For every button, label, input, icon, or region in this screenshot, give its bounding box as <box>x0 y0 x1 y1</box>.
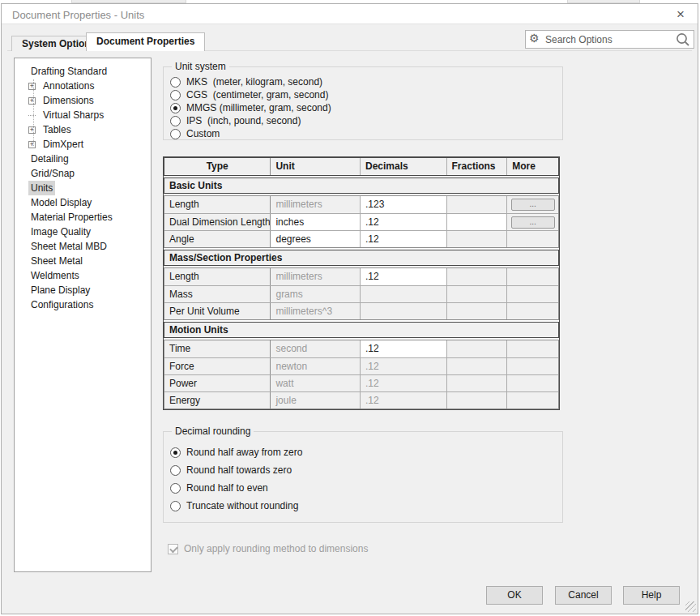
radio-unit-system-cgs-centimeter-gram-second[interactable]: CGS (centimeter, gram, second) <box>170 88 556 101</box>
sidebar-item-grid-snap[interactable]: Grid/Snap <box>15 166 151 181</box>
ok-button[interactable]: OK <box>486 586 543 605</box>
sidebar-item-label: Detailing <box>28 152 71 166</box>
more-cell <box>506 340 558 357</box>
more-cell <box>506 286 558 302</box>
sidebar-item-label: Plane Display <box>28 283 92 297</box>
sidebar-item-dimensions[interactable]: +Dimensions <box>15 93 151 108</box>
decimals-cell: .12 <box>360 392 446 409</box>
section-header-mass-section-properties: Mass/Section Properties <box>164 250 559 266</box>
sidebar-item-weldments[interactable]: Weldments <box>15 268 151 283</box>
sidebar-item-virtual-sharps[interactable]: Virtual Sharps <box>15 108 151 122</box>
sidebar-item-material-properties[interactable]: Material Properties <box>15 210 151 225</box>
sidebar-item-label: DimXpert <box>41 137 86 152</box>
radio-label: MKS (meter, kilogram, second) <box>186 76 322 88</box>
search-input[interactable] <box>545 32 667 47</box>
radio-unit-system-custom[interactable]: Custom <box>170 127 556 140</box>
search-box: ⚙ <box>525 30 694 49</box>
dialog-title: Document Properties - Units <box>12 9 144 21</box>
close-icon[interactable]: × <box>672 6 689 23</box>
sidebar-item-label: Tables <box>41 122 74 137</box>
radio-decimal-rounding-round-half-towards-zero[interactable]: Round half towards zero <box>170 461 556 479</box>
gear-icon[interactable]: ⚙ <box>529 32 540 45</box>
radio-decimal-rounding-round-half-to-even[interactable]: Round half to even <box>170 479 556 497</box>
fractions-cell[interactable] <box>446 214 507 230</box>
sidebar-item-label: Sheet Metal MBD <box>28 239 109 254</box>
help-button[interactable]: Help <box>623 586 680 605</box>
fractions-cell <box>446 303 507 319</box>
radio-unit-system-ips-inch-pound-second[interactable]: IPS (inch, pound, second) <box>170 114 556 127</box>
fractions-cell <box>446 196 507 213</box>
expand-plus-icon[interactable]: + <box>28 126 36 134</box>
section-title: Motion Units <box>164 323 558 337</box>
sidebar-item-plane-display[interactable]: Plane Display <box>15 283 151 297</box>
decimal-rounding-label: Decimal rounding <box>172 426 254 437</box>
cancel-button[interactable]: Cancel <box>555 586 612 605</box>
type-cell: Mass <box>164 286 270 302</box>
sidebar-item-annotations[interactable]: +Annotations <box>15 79 151 93</box>
unit-cell[interactable]: degrees <box>270 231 360 247</box>
radio-icon <box>170 465 181 476</box>
type-cell: Angle <box>164 231 270 247</box>
table-row-power: Powerwatt.12 <box>164 374 558 391</box>
resize-grip[interactable] <box>685 601 696 612</box>
checkbox-icon <box>168 544 178 554</box>
expand-plus-icon[interactable]: + <box>28 97 36 105</box>
sidebar-item-dimxpert[interactable]: +DimXpert <box>15 137 151 152</box>
section-header-basic-units: Basic Units <box>164 178 559 194</box>
radio-icon <box>170 483 181 494</box>
radio-label: IPS (inch, pound, second) <box>186 115 301 126</box>
decimals-cell[interactable]: .12 <box>360 214 446 230</box>
radio-decimal-rounding-round-half-away-from-zero[interactable]: Round half away from zero <box>170 443 556 461</box>
more-button[interactable]: ... <box>511 216 555 229</box>
sidebar-item-label: Annotations <box>41 79 96 93</box>
sidebar-item-model-display[interactable]: Model Display <box>15 195 151 210</box>
type-cell: Time <box>164 340 270 357</box>
unit-cell[interactable]: inches <box>270 214 360 230</box>
sidebar-item-sheet-metal[interactable]: Sheet Metal <box>15 254 151 268</box>
sidebar-item-tables[interactable]: +Tables <box>15 122 151 137</box>
column-header-more: More <box>506 158 558 175</box>
sidebar-item-drafting-standard[interactable]: Drafting Standard <box>15 64 151 79</box>
decimals-cell[interactable]: .123 <box>360 196 446 213</box>
unit-cell: millimeters <box>270 196 360 213</box>
unit-system-label: Unit system <box>172 61 229 72</box>
table-row-angle: Angledegrees.12 <box>164 230 558 247</box>
tab-document-properties[interactable]: Document Properties <box>86 32 205 51</box>
sidebar-item-label: Units <box>28 181 55 195</box>
sidebar-item-configurations[interactable]: Configurations <box>15 297 151 312</box>
more-button[interactable]: ... <box>511 199 555 211</box>
radio-unit-system-mks-meter-kilogram-second[interactable]: MKS (meter, kilogram, second) <box>170 75 556 88</box>
more-cell: ... <box>506 196 558 213</box>
sidebar-item-image-quality[interactable]: Image Quality <box>15 225 151 239</box>
sidebar-item-units[interactable]: Units <box>15 181 151 195</box>
section-title: Mass/Section Properties <box>164 250 558 265</box>
radio-unit-system-mmgs-millimeter-gram-second[interactable]: MMGS (millimeter, gram, second) <box>170 101 556 114</box>
more-cell <box>506 375 558 391</box>
table-row-length: Lengthmillimeters.123... <box>164 196 558 213</box>
expand-plus-icon[interactable]: + <box>28 83 36 90</box>
section-title: Basic Units <box>164 178 558 193</box>
rounding-checkbox-label: Only apply rounding method to dimensions <box>184 543 368 554</box>
sidebar-item-label: Image Quality <box>28 225 93 239</box>
radio-label: Truncate without rounding <box>186 500 298 511</box>
decimals-cell[interactable]: .12 <box>360 340 446 357</box>
decimals-cell: .12 <box>360 358 446 374</box>
more-cell: ... <box>506 214 558 230</box>
column-header-type: Type <box>164 158 270 175</box>
more-cell <box>506 268 558 285</box>
type-cell: Length <box>164 268 270 285</box>
decimals-cell[interactable]: .12 <box>360 231 446 247</box>
sidebar-item-sheet-metal-mbd[interactable]: Sheet Metal MBD <box>15 239 151 254</box>
type-cell: Force <box>164 358 270 374</box>
sidebar-item-label: Sheet Metal <box>28 254 85 268</box>
table-row-per-unit-volume: Per Unit Volumemillimeters^3 <box>164 302 558 319</box>
expand-plus-icon[interactable]: + <box>28 141 36 148</box>
radio-decimal-rounding-truncate-without-rounding[interactable]: Truncate without rounding <box>170 497 556 515</box>
search-icon[interactable] <box>676 32 690 47</box>
table-row-energy: Energyjoule.12 <box>164 391 558 409</box>
type-cell: Per Unit Volume <box>164 303 270 319</box>
sidebar-item-label: Grid/Snap <box>28 166 77 181</box>
decimals-cell <box>360 303 446 319</box>
decimals-cell[interactable]: .12 <box>360 268 446 285</box>
sidebar-item-detailing[interactable]: Detailing <box>15 152 151 166</box>
